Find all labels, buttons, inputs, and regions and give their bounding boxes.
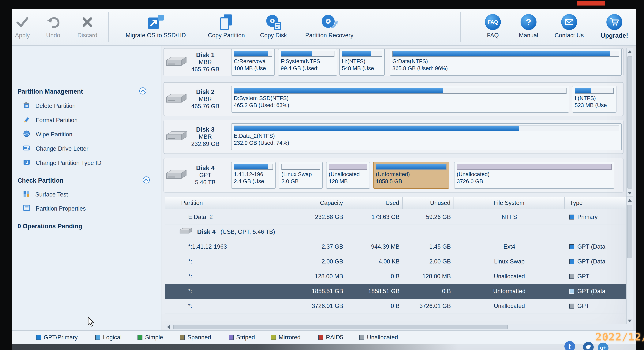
partition-block-f[interactable]: F:System(NTFS 99.4 GB (Used: xyxy=(278,49,337,76)
table-row-ext4[interactable]: *:1.41.12-1963 2.37 GB 944.39 MB 1.45 GB… xyxy=(165,239,628,254)
usage-bar xyxy=(234,88,566,94)
table-group-row-disk4[interactable]: Disk 4 (USB, GPT, 5.46 TB) xyxy=(165,225,628,239)
toolbar: Apply Undo Discard xyxy=(12,9,636,46)
manual-label: Manual xyxy=(519,32,538,39)
disk4-row: Disk 4 GPT 5.46 TB 1.41.12-196 2.4 GB (U… xyxy=(164,158,624,193)
section-check-partition: Check Partition xyxy=(18,177,64,184)
sidebar-item-partition-properties[interactable]: Partition Properties xyxy=(23,204,86,213)
partition-block-d[interactable]: D:System SSD(NTFS) 465.2 GB (Used: 63%) xyxy=(231,86,569,113)
copy-disk-button[interactable]: Copy Disk xyxy=(251,12,296,45)
usage-bar xyxy=(457,164,612,170)
undo-label: Undo xyxy=(46,32,60,39)
screen-bezel-shadow xyxy=(12,344,458,350)
upgrade-button[interactable]: Upgrade! xyxy=(598,12,630,45)
group-disk-name: Disk 4 xyxy=(197,228,216,236)
table-row-linux-swap[interactable]: *: 2.00 GB 4.00 KB 2.00 GB Linux Swap GP… xyxy=(165,254,628,269)
partition-block-linux-swap[interactable]: (Linux Swap 2.0 GB xyxy=(279,162,323,189)
migrate-os-button[interactable]: Migrate OS to SSD/HD xyxy=(114,12,197,45)
apply-check-icon xyxy=(16,12,28,32)
scroll-up-icon[interactable] xyxy=(628,199,632,202)
contact-us-label: Contact Us xyxy=(554,32,584,39)
disk-size: 5.46 TB xyxy=(181,179,229,186)
column-header-unused[interactable]: Unused xyxy=(402,197,454,209)
partition-block-g[interactable]: G:Data(NTFS) 365.8 GB (Used: 96%) xyxy=(390,49,622,76)
faq-icon: FAQ xyxy=(485,14,501,30)
partition-block-unformatted-selected[interactable]: (Unformatted) 1858.5 GB xyxy=(373,162,449,189)
scrollbar-thumb[interactable] xyxy=(174,325,508,329)
sidebar-item-label: Surface Test xyxy=(35,191,68,198)
partition-block-e[interactable]: E:Data_2(NTFS) 232.9 GB (Used: 74%) xyxy=(231,123,622,150)
scroll-down-icon[interactable] xyxy=(628,319,632,322)
column-header-file-system[interactable]: File System xyxy=(454,197,564,209)
copy-disk-label: Copy Disk xyxy=(260,32,287,39)
table-row-unallocated-3726gb[interactable]: *: 3726.01 GB 0 B 3726.01 GB Unallocated… xyxy=(165,299,628,313)
partition-block-unallocated-128mb[interactable]: (Unallocated 128 MB xyxy=(326,162,370,189)
partition-block-unallocated-3726gb[interactable]: (Unallocated) 3726.0 GB xyxy=(454,162,614,189)
undo-button[interactable]: Undo xyxy=(44,12,63,45)
table-scrollbar[interactable] xyxy=(626,197,633,324)
scrollbar-thumb[interactable] xyxy=(627,205,632,258)
discard-button[interactable]: Discard xyxy=(78,12,97,45)
collapse-chevron-icon[interactable] xyxy=(139,87,146,95)
disk-name: Disk 1 xyxy=(181,51,229,59)
usage-bar xyxy=(234,51,272,57)
contact-us-button[interactable]: Contact Us xyxy=(555,12,583,45)
facebook-icon[interactable]: f xyxy=(564,341,575,350)
table-horizontal-scrollbar[interactable] xyxy=(165,324,633,330)
sidebar-item-change-partition-type-id[interactable]: Change Partition Type ID xyxy=(23,159,102,167)
column-header-partition[interactable]: Partition xyxy=(165,197,294,209)
scrollbar-thumb[interactable] xyxy=(627,56,632,189)
sidebar-item-surface-test[interactable]: Surface Test xyxy=(23,190,68,199)
table-row-e-data2[interactable]: E:Data_2 232.88 GB 173.63 GB 59.26 GB NT… xyxy=(165,210,628,225)
manual-button[interactable]: ? Manual xyxy=(520,12,537,45)
usage-bar xyxy=(376,164,446,170)
disk-size: 465.76 GB xyxy=(181,103,229,110)
usage-bar xyxy=(329,164,367,170)
sidebar-item-label: Format Partition xyxy=(36,117,78,124)
scroll-up-icon[interactable] xyxy=(628,50,632,53)
toolbar-separator xyxy=(108,12,109,42)
sidebar-item-wipe-partition[interactable]: Wipe Partition xyxy=(23,130,72,139)
drive-letter-icon xyxy=(23,145,30,153)
table-row-unallocated-128mb[interactable]: *: 128.00 MB 0 B 128.00 MB Unallocated G… xyxy=(165,269,628,284)
apply-button[interactable]: Apply xyxy=(13,12,32,45)
legend-striped: Striped xyxy=(229,334,255,341)
envelope-icon xyxy=(561,14,577,30)
scroll-down-icon[interactable] xyxy=(628,192,632,195)
sidebar-item-delete-partition[interactable]: Delete Partition xyxy=(23,102,76,110)
photo-of-screen: Apply Undo Discard xyxy=(0,0,644,350)
collapse-chevron-icon[interactable] xyxy=(142,176,150,184)
partition-block-c[interactable]: C:Rezervová 100 MB (Use xyxy=(231,49,275,76)
disk1-row: Disk 1 MBR 465.76 GB C:Rezervová 100 MB … xyxy=(164,48,624,76)
disk-area-scrollbar[interactable] xyxy=(626,48,633,197)
operations-pending-status: 0 Operations Pending xyxy=(18,223,82,230)
usage-bar xyxy=(342,51,382,57)
column-header-used[interactable]: Used xyxy=(346,197,403,209)
partition-recovery-icon xyxy=(320,12,338,32)
legend-color-swatch xyxy=(180,335,185,340)
usage-bar xyxy=(234,125,619,131)
disk-meta: Disk 3 MBR 232.89 GB xyxy=(181,126,229,148)
partition-type-square xyxy=(569,289,574,294)
legend-logical: Logical xyxy=(95,334,122,341)
partition-block-i[interactable]: I:(NTFS) 523 MB (Use xyxy=(572,86,616,113)
sidebar-item-format-partition[interactable]: Format Partition xyxy=(23,116,78,125)
column-header-type[interactable]: Type xyxy=(564,197,627,209)
faq-button[interactable]: FAQ FAQ xyxy=(484,12,501,45)
copy-partition-button[interactable]: Copy Partition xyxy=(198,12,255,45)
sidebar-item-change-drive-letter[interactable]: Change Drive Letter xyxy=(23,144,88,153)
legend-raid5: RAID5 xyxy=(318,334,343,341)
discard-label: Discard xyxy=(77,32,97,39)
partition-recovery-button[interactable]: Partition Recovery xyxy=(291,12,367,45)
migrate-os-icon xyxy=(147,12,164,32)
app-window: Apply Undo Discard xyxy=(12,9,636,350)
scroll-left-icon[interactable] xyxy=(167,325,170,329)
background-red-window-fragment xyxy=(577,1,605,6)
column-header-capacity[interactable]: Capacity xyxy=(294,197,346,209)
disk-meta: Disk 2 MBR 465.76 GB xyxy=(181,88,229,110)
sidebar-item-label: Wipe Partition xyxy=(36,131,72,138)
partition-type-square xyxy=(569,244,574,249)
table-row-unformatted-selected[interactable]: *: 1858.51 GB 1858.51 GB 0 B Unformatted… xyxy=(165,284,628,299)
partition-block-ext4[interactable]: 1.41.12-196 2.4 GB (Use xyxy=(231,162,276,189)
partition-block-h[interactable]: H:(NTFS) 548 MB (Use xyxy=(339,49,385,76)
